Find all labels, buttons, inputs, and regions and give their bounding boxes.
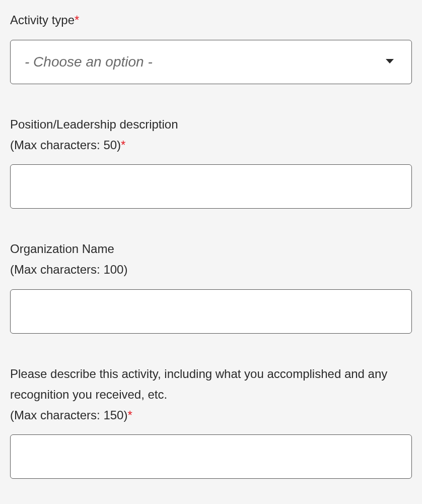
organization-group: Organization Name (Max characters: 100) [10, 239, 412, 334]
required-indicator: * [75, 13, 79, 27]
organization-input[interactable] [10, 289, 412, 334]
position-label-block: Position/Leadership description (Max cha… [10, 114, 412, 156]
organization-label-block: Organization Name (Max characters: 100) [10, 239, 412, 280]
position-label: Position/Leadership description [10, 114, 412, 135]
activity-type-label: Activity type [10, 13, 75, 27]
select-placeholder: - Choose an option - [25, 54, 153, 70]
position-input[interactable] [10, 164, 412, 209]
activity-type-label-block: Activity type* [10, 10, 412, 31]
chevron-down-icon [385, 57, 394, 67]
organization-label: Organization Name [10, 239, 412, 260]
position-max-hint: (Max characters: 50)* [10, 135, 412, 156]
description-group: Please describe this activity, including… [10, 364, 412, 479]
description-max-hint: (Max characters: 150)* [10, 405, 412, 426]
organization-max-hint: (Max characters: 100) [10, 260, 412, 280]
description-input[interactable] [10, 434, 412, 479]
activity-type-group: Activity type* - Choose an option - [10, 10, 412, 84]
required-indicator: * [127, 408, 132, 422]
description-label-block: Please describe this activity, including… [10, 364, 412, 425]
activity-type-select[interactable]: - Choose an option - [10, 40, 412, 84]
position-group: Position/Leadership description (Max cha… [10, 114, 412, 209]
required-indicator: * [121, 138, 125, 152]
description-label: Please describe this activity, including… [10, 364, 412, 405]
